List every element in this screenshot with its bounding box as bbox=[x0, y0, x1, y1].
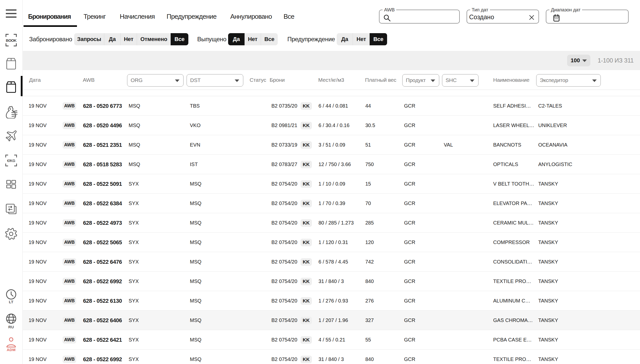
svg-text:€/KG: €/KG bbox=[7, 159, 15, 163]
svg-text:BOOK: BOOK bbox=[6, 38, 17, 43]
